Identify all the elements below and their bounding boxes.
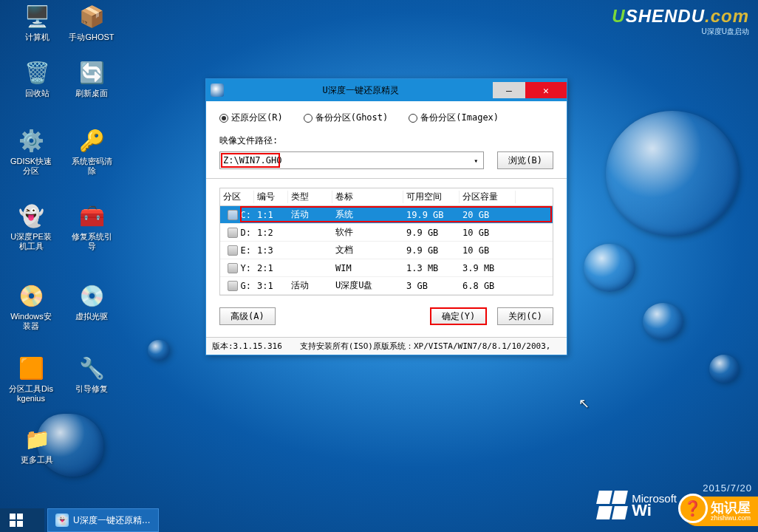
desktop-icon-10[interactable]: 🟧分区工具Diskgenius — [7, 353, 55, 403]
close-button[interactable]: ✕ — [525, 82, 567, 98]
desktop-item-icon: 📦 — [77, 1, 106, 31]
desktop-icon-11[interactable]: 🔧引导修复 — [68, 353, 115, 394]
desktop-item-icon: 🔑 — [77, 126, 106, 155]
question-icon: ❓ — [678, 494, 708, 523]
table-row[interactable]: Y:2:1WIM1.3 MB3.9 MB — [220, 259, 553, 277]
desktop-item-icon: 📁 — [22, 424, 52, 454]
dialog-titlebar[interactable]: U深度一键还原精灵 — ✕ — [206, 79, 567, 101]
desktop-icon-0[interactable]: 🖥️计算机 — [13, 1, 61, 42]
desktop-item-icon: 📀 — [16, 281, 46, 310]
taskbar-app[interactable]: 👻 U深度一键还原精… — [47, 508, 159, 532]
desktop-item-icon: 🗑️ — [22, 58, 52, 87]
app-icon — [211, 83, 224, 97]
disk-icon — [228, 245, 238, 256]
table-row[interactable]: D:1:2软件9.9 GB10 GB — [220, 224, 553, 242]
taskbar — [0, 508, 44, 532]
desktop-item-label: 回收站 — [13, 89, 61, 98]
desktop-item-label: 刷新桌面 — [68, 89, 115, 98]
desktop-icon-6[interactable]: 👻U深度PE装机工具 — [7, 201, 55, 251]
desktop-icon-2[interactable]: 🗑️回收站 — [13, 58, 61, 98]
table-header: 分区 编号 类型 卷标 可用空间 分区容量 — [220, 188, 553, 206]
desktop-item-icon: 🟧 — [16, 353, 46, 383]
cancel-button[interactable]: 关闭(C) — [497, 307, 553, 325]
table-row[interactable]: E:1:3文档9.9 GB10 GB — [220, 242, 553, 259]
desktop-item-label: 手动GHOST — [68, 33, 115, 42]
ushendu-logo: UUSHENDUSHENDU.com U深度U盘启动 — [612, 6, 749, 37]
minimize-button[interactable]: — — [493, 82, 525, 98]
radio-backup-ghost[interactable]: 备份分区(Ghost) — [304, 112, 389, 124]
desktop-icon-5[interactable]: 🔑系统密码清除 — [68, 126, 115, 176]
status-bar: 版本:3.1.15.316 支持安装所有(ISO)原版系统：XP/VISTA/W… — [206, 337, 567, 355]
start-button[interactable] — [0, 508, 33, 532]
image-path-value: Z:\WIN7.GHO — [223, 155, 281, 166]
desktop-item-icon: 🔄 — [77, 58, 106, 87]
desktop-item-label: GDISK快速分区 — [7, 157, 55, 176]
desktop-item-label: 计算机 — [13, 33, 61, 42]
table-row[interactable]: G:3:1活动U深度U盘3 GB6.8 GB — [220, 277, 553, 295]
desktop-item-icon: 💿 — [77, 281, 106, 310]
desktop-icon-8[interactable]: 📀Windows安装器 — [7, 281, 55, 331]
desktop-item-icon: 🧰 — [77, 201, 106, 231]
restore-dialog: U深度一键还原精灵 — ✕ 还原分区(R) 备份分区(Ghost) 备份分区(I… — [205, 78, 567, 355]
app-icon: 👻 — [55, 514, 69, 527]
desktop-item-icon: 🔧 — [77, 353, 106, 383]
mode-radio-group: 还原分区(R) 备份分区(Ghost) 备份分区(Imagex) — [219, 112, 553, 124]
image-path-label: 映像文件路径: — [219, 134, 553, 147]
desktop-item-label: 虚拟光驱 — [68, 312, 115, 321]
disk-icon — [228, 210, 238, 220]
desktop-item-label: 修复系统引导 — [68, 232, 115, 251]
browse-button[interactable]: 浏览(B) — [497, 151, 553, 169]
desktop-icon-1[interactable]: 📦手动GHOST — [68, 1, 115, 42]
desktop-item-label: 分区工具Diskgenius — [7, 384, 55, 403]
radio-restore[interactable]: 还原分区(R) — [219, 112, 283, 124]
ok-button[interactable]: 确定(Y) — [430, 307, 488, 325]
microsoft-logo: MicrosoftWi — [598, 491, 677, 519]
date-stamp: 2015/7/20 — [703, 482, 752, 494]
desktop-icon-7[interactable]: 🧰修复系统引导 — [68, 201, 115, 251]
disk-icon — [228, 228, 238, 238]
desktop-icon-3[interactable]: 🔄刷新桌面 — [68, 58, 115, 98]
disk-icon — [228, 281, 238, 291]
chevron-down-icon[interactable]: ▾ — [470, 154, 482, 166]
desktop-item-label: Windows安装器 — [7, 312, 55, 331]
image-path-combobox[interactable]: Z:\WIN7.GHO ▾ — [219, 151, 484, 169]
zhishiwu-watermark: ❓ 知识屋 zhishiwu.com — [683, 497, 758, 526]
desktop-item-label: 系统密码清除 — [68, 157, 115, 176]
desktop-item-icon: ⚙️ — [16, 126, 46, 155]
desktop-item-icon: 👻 — [16, 201, 46, 231]
version-text: 版本:3.1.15.316 — [212, 341, 282, 352]
desktop-icon-12[interactable]: 📁更多工具 — [13, 424, 61, 465]
advanced-button[interactable]: 高级(A) — [219, 307, 276, 325]
cursor-icon: ↖ — [578, 395, 590, 412]
desktop-icon-4[interactable]: ⚙️GDISK快速分区 — [7, 126, 55, 176]
dialog-title: U深度一键还原精灵 — [228, 84, 493, 97]
disk-icon — [228, 263, 238, 273]
partition-table: 分区 编号 类型 卷标 可用空间 分区容量 C:1:1活动系统19.9 GB20… — [219, 188, 553, 296]
desktop-icon-9[interactable]: 💿虚拟光驱 — [68, 281, 115, 321]
desktop-item-icon: 🖥️ — [22, 1, 52, 31]
table-row[interactable]: C:1:1活动系统19.9 GB20 GB — [220, 206, 553, 224]
support-text: 支持安装所有(ISO)原版系统：XP/VISTA/WIN7/8/8.1/10/2… — [300, 341, 551, 352]
radio-backup-imagex[interactable]: 备份分区(Imagex) — [409, 112, 499, 124]
desktop-item-label: 更多工具 — [13, 455, 61, 465]
desktop-item-label: U深度PE装机工具 — [7, 232, 55, 251]
desktop-item-label: 引导修复 — [68, 384, 115, 394]
